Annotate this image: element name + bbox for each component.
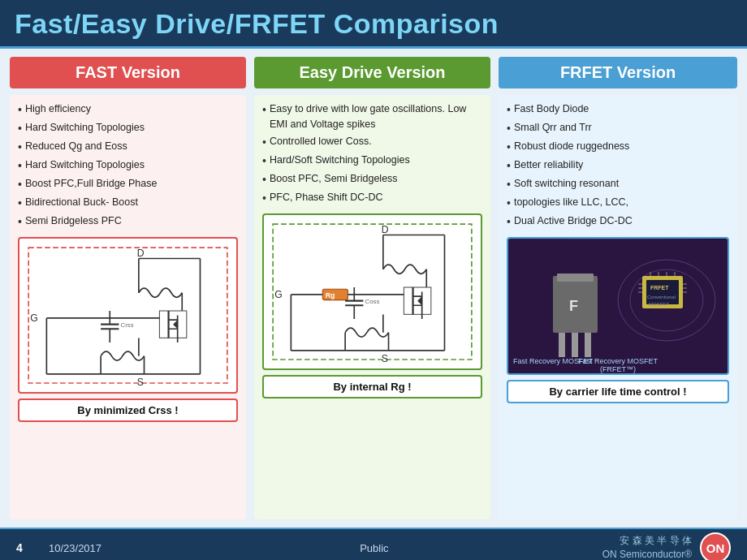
page-number: 4 [16, 541, 49, 554]
footer-brand: 安 森 美 半 导 体 ON Semiconductor® ON [602, 532, 731, 560]
brand-text: 安 森 美 半 导 体 ON Semiconductor® [602, 534, 692, 560]
easy-bullet-2: Controlled lower Coss. [262, 134, 482, 151]
easy-column: Easy Drive Version Easy to drive with lo… [254, 57, 490, 519]
easy-bullet-3: Hard/Soft Switching Topologies [262, 153, 482, 170]
frfet-image: F FRFET Conventional MOSFET [508, 239, 728, 373]
fast-bullets: High efficiency Hard Switching Topologie… [18, 101, 238, 232]
svg-text:D: D [137, 248, 145, 259]
fast-column: FAST Version High efficiency Hard Switch… [10, 57, 246, 519]
fast-diagram: D S G [18, 237, 238, 394]
header: Fast/Easy Drive/FRFET Comparison [0, 0, 747, 49]
svg-text:F: F [569, 298, 578, 314]
frfet-bullet-2: Small Qrr and Trr [507, 120, 729, 137]
svg-text:Crss: Crss [121, 321, 134, 329]
fast-bullet-4: Hard Switching Topologies [18, 157, 238, 174]
fast-bullet-3: Reduced Qg and Eoss [18, 139, 238, 156]
fast-bullet-7: Semi Bridgeless PFC [18, 213, 238, 230]
footer-classification: Public [146, 542, 602, 554]
svg-text:FRFET: FRFET [650, 285, 669, 291]
main-content: FAST Version High efficiency Hard Switch… [0, 49, 747, 528]
svg-text:(FRFET™): (FRFET™) [600, 365, 636, 373]
svg-text:Coss: Coss [365, 298, 380, 305]
svg-rect-60 [585, 333, 591, 357]
brand-line2: ON Semiconductor® [602, 548, 692, 560]
easy-caption: By internal Rg ! [262, 375, 482, 398]
fast-circuit-svg: D S G [19, 239, 236, 392]
frfet-bullet-5: Soft switching resonant [507, 176, 729, 193]
fast-header: FAST Version [10, 57, 246, 88]
svg-marker-11 [173, 320, 178, 329]
frfet-caption: By carrier life time control ! [507, 380, 729, 403]
svg-text:Rg: Rg [326, 291, 335, 299]
fast-caption: By minimized Crss ! [18, 398, 238, 422]
frfet-bullet-4: Better reliability [507, 157, 729, 174]
svg-rect-53 [508, 239, 728, 373]
svg-text:G: G [30, 312, 38, 324]
frfet-diagram: F FRFET Conventional MOSFET [507, 237, 729, 375]
svg-text:S: S [382, 353, 388, 364]
easy-diagram: D S G [262, 213, 482, 370]
frfet-body: Fast Body Diode Small Qrr and Trr Robust… [499, 95, 737, 519]
frfet-bullet-3: Robust diode ruggedness [507, 139, 729, 156]
frfet-bullet-7: Dual Active Bridge DC-DC [507, 213, 729, 230]
svg-text:Fast Recovery MOSFET: Fast Recovery MOSFET [578, 357, 658, 365]
brand-line1: 安 森 美 半 导 体 [602, 534, 692, 548]
svg-rect-0 [28, 248, 227, 383]
svg-text:D: D [382, 224, 389, 235]
fast-bullet-6: Bidirectional Buck- Boost [18, 195, 238, 212]
frfet-column: FRFET Version Fast Body Diode Small Qrr … [499, 57, 737, 519]
easy-bullets: Easy to drive with low gate oscillations… [262, 101, 482, 209]
easy-circuit-svg: D S G [264, 215, 481, 368]
frfet-bullets: Fast Body Diode Small Qrr and Trr Robust… [507, 101, 729, 232]
svg-text:S: S [137, 377, 144, 388]
frfet-header: FRFET Version [499, 57, 737, 88]
fast-bullet-2: Hard Switching Topologies [18, 120, 238, 137]
page-title: Fast/Easy Drive/FRFET Comparison [15, 8, 732, 40]
footer-date: 10/23/2017 [49, 542, 146, 554]
easy-bullet-1: Easy to drive with low gate oscillations… [262, 101, 482, 132]
svg-rect-25 [273, 224, 472, 360]
svg-text:MOSFET: MOSFET [649, 302, 669, 307]
frfet-bullet-1: Fast Body Diode [507, 101, 729, 118]
fast-bullet-1: High efficiency [18, 101, 238, 118]
svg-text:G: G [274, 289, 283, 300]
fast-bullet-5: Boost PFC,Full Bridge Phase [18, 176, 238, 193]
svg-text:Conventional: Conventional [647, 295, 676, 299]
easy-bullet-5: PFC, Phase Shift DC-DC [262, 190, 482, 207]
frfet-image-svg: F FRFET Conventional MOSFET [508, 239, 728, 373]
on-semiconductor-logo: ON [700, 532, 731, 560]
svg-marker-36 [417, 296, 422, 305]
svg-rect-57 [557, 274, 594, 282]
easy-header: Easy Drive Version [254, 57, 490, 88]
easy-bullet-4: Boost PFC, Semi Bridgeless [262, 171, 482, 188]
frfet-bullet-6: topologies like LLC, LCC, [507, 195, 729, 212]
fast-body: High efficiency Hard Switching Topologie… [10, 95, 246, 519]
svg-rect-63 [646, 280, 679, 304]
easy-body: Easy to drive with low gate oscillations… [254, 95, 490, 519]
footer: 4 10/23/2017 Public 安 森 美 半 导 体 ON Semic… [0, 528, 747, 560]
svg-rect-58 [559, 333, 565, 357]
svg-rect-59 [572, 333, 578, 357]
